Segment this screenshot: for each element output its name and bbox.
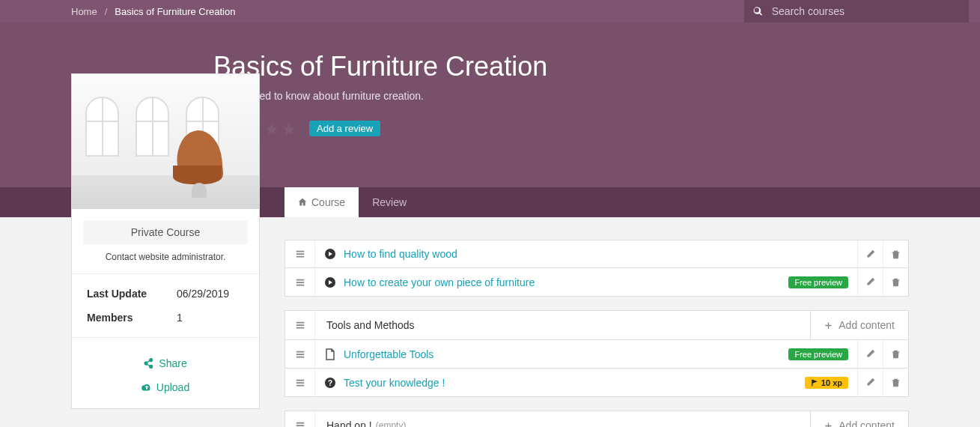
section-header: Tools and Methods Add content [284, 310, 909, 340]
svg-text:?: ? [328, 379, 332, 387]
xp-badge: 10 xp [805, 377, 848, 389]
play-icon [324, 276, 336, 288]
edit-button[interactable] [857, 340, 883, 368]
pencil-icon [865, 249, 875, 259]
drag-handle[interactable] [285, 240, 315, 267]
star-icon [265, 122, 279, 136]
home-icon [298, 198, 307, 207]
course-section: Tools and Methods Add content Unforgetta… [284, 310, 909, 397]
lesson-row: ? Test your knowledge ! 10 xp [284, 369, 909, 397]
lesson-row: How to create your own piece of furnitur… [284, 268, 909, 297]
tab-review-label: Review [372, 196, 407, 208]
drag-handle[interactable] [285, 311, 315, 339]
lesson-link[interactable]: How to create your own piece of furnitur… [344, 276, 535, 288]
section-title: Hand on ! (empty) [315, 411, 810, 427]
main-content: How to find quality wood How to create y… [284, 217, 980, 427]
pencil-icon [865, 349, 875, 359]
edit-button[interactable] [857, 369, 883, 396]
pencil-icon [865, 378, 875, 387]
plus-icon [824, 422, 833, 428]
upload-button[interactable]: Upload [141, 381, 189, 393]
last-update-label: Last Update [87, 288, 177, 300]
tab-course-label: Course [311, 196, 345, 208]
free-preview-badge: Free preview [788, 276, 848, 288]
course-sidebar: Private Course Contact website administr… [71, 73, 260, 409]
course-section: Hand on ! (empty) Add content [284, 411, 909, 427]
star-icon [282, 122, 296, 136]
search-icon [753, 6, 763, 16]
delete-button[interactable] [883, 340, 908, 368]
play-icon [324, 248, 336, 260]
bars-icon [295, 420, 305, 427]
share-button[interactable]: Share [144, 357, 186, 369]
document-icon [324, 348, 336, 360]
lesson-link[interactable]: Test your knowledge ! [344, 377, 445, 389]
section-header: Hand on ! (empty) Add content [284, 411, 909, 427]
lesson-row: Unforgettable Tools Free preview [284, 340, 909, 369]
trash-icon [891, 249, 901, 259]
search-input[interactable] [772, 5, 960, 17]
delete-button[interactable] [883, 268, 908, 296]
breadcrumb-home-link[interactable]: Home [71, 6, 97, 17]
course-meta: Last Update 06/29/2019 Members 1 [72, 273, 259, 337]
add-content-button[interactable]: Add content [810, 411, 908, 427]
bars-icon [295, 320, 305, 330]
tab-course[interactable]: Course [284, 187, 359, 217]
sidebar-actions: Share Upload [72, 337, 259, 408]
free-preview-badge: Free preview [788, 348, 848, 360]
flag-icon [811, 379, 818, 387]
lesson-row: How to find quality wood [284, 240, 909, 268]
drag-handle[interactable] [285, 268, 315, 296]
breadcrumb-separator: / [105, 6, 108, 17]
delete-button[interactable] [883, 240, 908, 267]
section-title: Tools and Methods [315, 311, 810, 339]
xp-value: 10 xp [821, 378, 842, 387]
add-content-label: Add content [839, 319, 895, 331]
add-content-label: Add content [839, 420, 895, 427]
members-label: Members [87, 312, 177, 324]
breadcrumb-current: Basics of Furniture Creation [115, 6, 235, 17]
question-icon: ? [324, 377, 336, 389]
rating-row: Add a review [213, 121, 980, 136]
trash-icon [891, 349, 901, 359]
trash-icon [891, 378, 901, 387]
breadcrumb: Home / Basics of Furniture Creation [71, 6, 235, 17]
share-label: Share [159, 357, 186, 369]
course-title: Basics of Furniture Creation [213, 51, 980, 82]
pencil-icon [865, 277, 875, 287]
course-section: How to find quality wood How to create y… [284, 240, 909, 297]
trash-icon [891, 277, 901, 287]
drag-handle[interactable] [285, 369, 315, 396]
lesson-link[interactable]: Unforgettable Tools [344, 348, 433, 360]
last-update-value: 06/29/2019 [177, 288, 229, 300]
drag-handle[interactable] [285, 411, 315, 427]
edit-button[interactable] [857, 240, 883, 267]
delete-button[interactable] [883, 369, 908, 396]
private-course-subtext: Contact website administrator. [72, 252, 259, 262]
lesson-link[interactable]: How to find quality wood [344, 248, 457, 260]
section-title-text: Hand on ! [326, 420, 372, 427]
empty-tag: (empty) [376, 420, 407, 427]
edit-button[interactable] [857, 268, 883, 296]
bars-icon [295, 277, 305, 288]
bars-icon [295, 249, 305, 259]
hero: Private Course Contact website administr… [0, 22, 980, 187]
drag-handle[interactable] [285, 340, 315, 368]
upload-label: Upload [156, 381, 189, 393]
search-box[interactable] [744, 0, 969, 22]
course-subtitle: All you need to know about furniture cre… [213, 90, 980, 102]
bars-icon [295, 349, 305, 360]
plus-icon [824, 321, 833, 330]
private-course-badge: Private Course [83, 220, 248, 244]
topbar: Home / Basics of Furniture Creation [0, 0, 980, 22]
course-image [72, 74, 259, 209]
hero-main: Basics of Furniture Creation All you nee… [213, 22, 980, 136]
add-review-button[interactable]: Add a review [309, 121, 380, 136]
share-icon [144, 358, 154, 369]
add-content-button[interactable]: Add content [810, 311, 908, 339]
tab-review[interactable]: Review [359, 187, 420, 217]
bars-icon [295, 378, 305, 388]
upload-icon [141, 382, 152, 393]
members-value: 1 [177, 312, 183, 324]
